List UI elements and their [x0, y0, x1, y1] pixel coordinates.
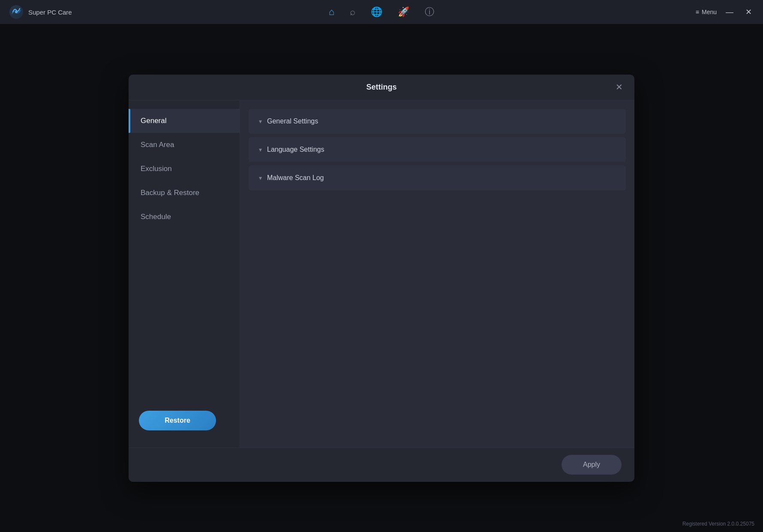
modal-title: Settings [366, 83, 397, 92]
minimize-button[interactable]: — [724, 6, 736, 18]
accordion-header-malware-scan-log[interactable]: ▾ Malware Scan Log [249, 165, 626, 190]
sidebar-item-exclusion[interactable]: Exclusion [129, 157, 240, 181]
globe-nav-icon[interactable]: 🌐 [371, 6, 382, 18]
accordion-item-malware-scan-log: ▾ Malware Scan Log [249, 165, 626, 190]
svg-point-1 [15, 11, 18, 13]
close-button[interactable]: ✕ [742, 6, 754, 18]
sidebar-item-general[interactable]: General [129, 109, 240, 133]
title-bar-nav: ⌂ ⌕ 🌐 🚀 ⓘ [329, 6, 434, 18]
restore-button[interactable]: Restore [139, 411, 216, 430]
menu-button[interactable]: ≡ Menu [696, 9, 717, 15]
title-bar-right: ≡ Menu — ✕ [696, 6, 754, 18]
settings-sidebar: General Scan Area Exclusion Backup & Res… [129, 100, 240, 448]
menu-label: Menu [702, 9, 717, 15]
chevron-down-icon-2: ▾ [259, 146, 262, 153]
accordion-label-malware-scan-log: Malware Scan Log [267, 174, 324, 182]
hamburger-icon: ≡ [696, 9, 699, 15]
version-text: Registered Version 2.0.0.25075 [682, 521, 754, 527]
apply-button[interactable]: Apply [562, 455, 622, 475]
title-bar: Super PC Care ⌂ ⌕ 🌐 🚀 ⓘ ≡ Menu — ✕ [0, 0, 763, 24]
app-logo-area: Super PC Care [9, 4, 72, 20]
chevron-down-icon: ▾ [259, 118, 262, 125]
app-title: Super PC Care [28, 9, 72, 16]
info-nav-icon[interactable]: ⓘ [425, 6, 434, 18]
sidebar-item-backup-restore[interactable]: Backup & Restore [129, 181, 240, 205]
app-logo [9, 4, 24, 20]
accordion-item-general-settings: ▾ General Settings [249, 109, 626, 134]
accordion-header-general-settings[interactable]: ▾ General Settings [249, 109, 626, 134]
accordion-label-language-settings: Language Settings [267, 146, 324, 153]
rocket-nav-icon[interactable]: 🚀 [398, 6, 409, 18]
settings-modal: Settings ✕ General Scan Area Exclusion [129, 75, 634, 482]
sidebar-item-schedule[interactable]: Schedule [129, 205, 240, 229]
search-nav-icon[interactable]: ⌕ [350, 6, 355, 18]
sidebar-bottom: Restore [129, 402, 240, 439]
accordion-header-language-settings[interactable]: ▾ Language Settings [249, 137, 626, 162]
settings-content: ▾ General Settings ▾ Language Settings [240, 100, 634, 448]
modal-body: General Scan Area Exclusion Backup & Res… [129, 100, 634, 448]
modal-close-button[interactable]: ✕ [612, 80, 626, 94]
main-content: Settings ✕ General Scan Area Exclusion [0, 24, 763, 532]
modal-header: Settings ✕ [129, 75, 634, 100]
accordion-item-language-settings: ▾ Language Settings [249, 137, 626, 162]
chevron-down-icon-3: ▾ [259, 174, 262, 181]
sidebar-item-scan-area[interactable]: Scan Area [129, 133, 240, 157]
modal-backdrop: Settings ✕ General Scan Area Exclusion [0, 24, 763, 532]
modal-footer: Apply [129, 448, 634, 482]
accordion-label-general-settings: General Settings [267, 117, 318, 125]
home-nav-icon[interactable]: ⌂ [329, 6, 334, 18]
